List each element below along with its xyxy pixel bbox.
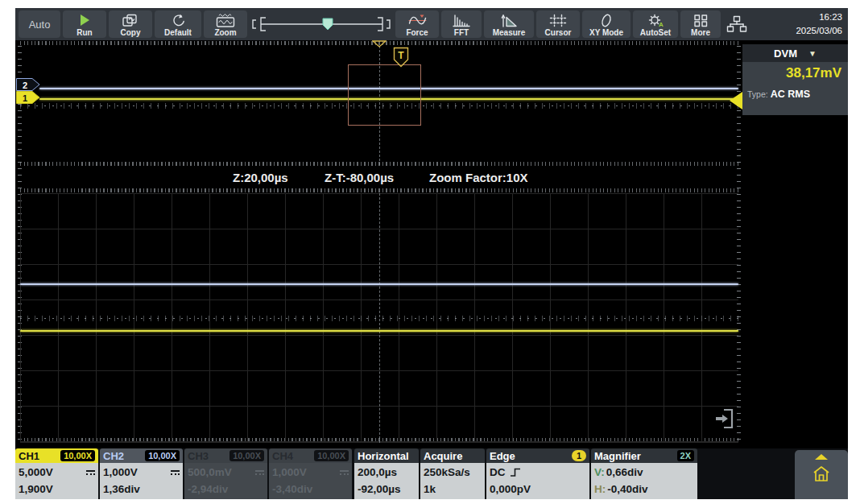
chevron-down-icon[interactable]: ▼ [808,49,817,58]
home-icon [812,465,831,483]
cursor-button[interactable]: Cursor [536,10,580,38]
svg-text:T: T [398,50,404,61]
collapse-panel-icon[interactable] [714,407,735,430]
autoset-gear-icon: A [647,12,664,28]
run-label: Run [76,28,92,37]
xy-mode-label: XY Mode [589,28,623,37]
scope-ui: Auto Run Copy Default Zoom [15,8,848,499]
ch4-scale: 1,000V [272,464,307,481]
copy-label: Copy [121,28,141,37]
horizontal-scale: 200,0µs [358,464,416,481]
force-trigger-button[interactable]: Force [395,10,439,38]
zoom-top-ruler [20,188,738,192]
force-sine-icon [408,12,427,28]
ch3-offset: -2,94div [188,481,264,498]
ch2-marker[interactable]: 2 [16,78,40,91]
oscilloscope-screen: Auto Run Copy Default Zoom [0,0,860,504]
dc-coupling-icon [255,470,264,475]
dvm-header[interactable]: DVM ▼ [742,44,848,62]
zoom-scale-text: Z:20,00µs [233,171,288,184]
acquire-title: Acquire [424,450,462,462]
fft-spectrum-icon [453,12,470,28]
ch4-name: CH4 [272,450,293,462]
play-icon [77,12,92,28]
run-button[interactable]: Run [63,10,106,38]
horizontal-position-marker[interactable] [372,40,387,48]
ch1-marker[interactable]: 1 [16,91,40,104]
default-button[interactable]: Default [155,10,201,38]
network-status-button[interactable] [723,10,750,38]
waveform-display: 2 1 T Z:20,00µs Z-T:-80,00µs Zoom Factor… [15,40,848,448]
dc-coupling-icon [340,470,349,475]
autoset-button[interactable]: A AutoSet [633,10,678,38]
fft-button[interactable]: FFT [441,10,482,38]
rising-edge-icon [510,467,521,477]
edge-coupling: DC [490,464,506,481]
svg-text:1: 1 [23,93,27,103]
xy-mode-button[interactable]: XY Mode [582,10,631,38]
magnifier-status-cell[interactable]: Magnifier2X V:0,66div H:-0,40div [591,448,697,499]
ch3-probe-badge: 10,00X [229,450,264,461]
magnifier-title: Magnifier [594,450,641,462]
copy-button[interactable]: Copy [109,10,152,38]
ch2-name: CH2 [103,450,124,462]
xy-ellipse-icon [597,12,615,28]
trigger-status-cell[interactable]: Edge1 DC 0,000pV [486,448,589,499]
more-grid-icon [693,12,709,28]
ch2-status-cell[interactable]: CH210,00X 1,000V 1,36div [100,448,183,499]
magnifier-v-value: 0,66div [606,466,643,478]
collapse-up-icon[interactable] [815,454,828,460]
acquire-status-cell[interactable]: Acquire 250kSa/s 1k [420,448,485,499]
ch2-trace-zoom [20,283,738,285]
clock[interactable]: 16:23 2025/03/06 [796,10,845,38]
ch3-status-cell[interactable]: CH310,00X 500,0mV -2,94div [184,448,267,499]
zoom-window-outline[interactable] [348,64,421,126]
magnifier-v-label: V: [594,466,605,478]
cursor-label: Cursor [545,28,572,37]
measure-ruler-icon [500,12,518,28]
zoom-waveform-icon [216,12,235,28]
time-text: 16:23 [796,10,842,24]
more-label: More [691,28,710,37]
ch4-probe-badge: 10,00X [314,450,349,461]
status-bar: CH110,00X 5,000V 1,900V CH210,00X 1,000V… [15,448,848,499]
trigger-position-badge[interactable]: T [393,47,409,68]
trigger-level-arrow[interactable] [730,92,742,109]
ch4-status-cell[interactable]: CH410,00X 1,000V -3,40div [269,448,352,499]
svg-text:A: A [659,21,664,27]
dvm-type-label: Type: [747,89,768,99]
slider-marker [323,19,333,30]
dvm-body: 38,17mV Type:AC RMS [742,62,848,115]
dvm-value: 38,17mV [747,65,841,81]
magnifier-h-label: H: [594,483,606,495]
horizontal-position: -92,00µs [358,481,416,498]
zoom-button[interactable]: Zoom [204,10,247,38]
ch3-name: CH3 [188,450,209,462]
measure-label: Measure [493,28,526,37]
zoom-position-slider[interactable] [250,10,393,38]
home-button[interactable] [795,450,848,499]
zoom-factor-text: Zoom Factor:10X [429,171,528,184]
zoom-offset-text: Z-T:-80,00µs [325,171,394,184]
default-label: Default [164,28,192,37]
ch1-trace-zoom [20,330,738,332]
horizontal-status-cell[interactable]: Horizontal 200,0µs -92,00µs [354,448,419,499]
top-toolbar: Auto Run Copy Default Zoom [15,8,848,40]
ch1-status-cell[interactable]: CH110,00X 5,000V 1,900V [15,448,98,499]
ch1-probe-badge: 10,00X [60,450,95,461]
dc-coupling-icon [171,470,180,475]
ch1-name: CH1 [19,450,39,462]
restore-default-icon [170,12,186,28]
ch2-probe-badge: 10,00X [145,450,180,461]
measure-button[interactable]: Measure [484,10,534,38]
more-button[interactable]: More [680,10,721,38]
zoom-center-hline [20,318,738,319]
trigger-mode-auto-button[interactable]: Auto [19,10,60,38]
ch4-offset: -3,40div [272,481,349,498]
magnifier-h-value: -0,40div [607,483,647,495]
edge-title: Edge [490,450,515,462]
magnifier-factor-badge: 2X [677,450,694,461]
dvm-panel: DVM ▼ 38,17mV Type:AC RMS [742,44,848,115]
dvm-title: DVM [774,48,797,60]
ch3-scale: 500,0mV [188,464,232,481]
